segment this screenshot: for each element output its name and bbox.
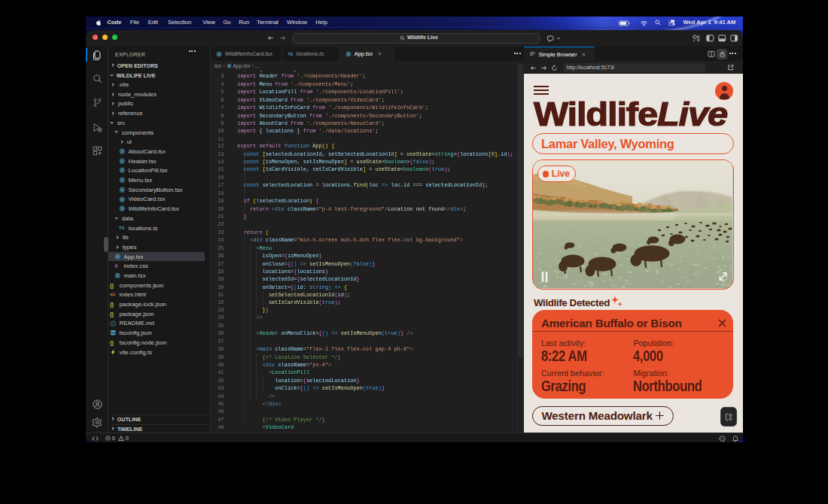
svg-text:TS: TS: [111, 331, 116, 335]
